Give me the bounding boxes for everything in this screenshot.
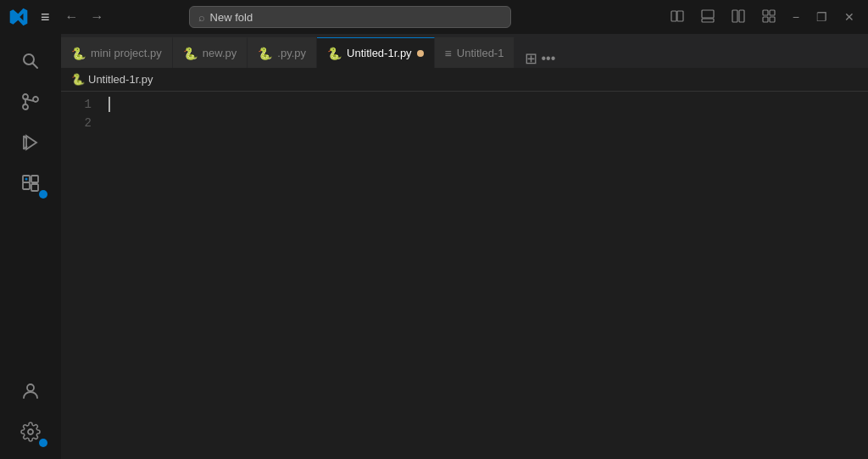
svg-point-13 bbox=[23, 104, 28, 109]
layout-button[interactable] bbox=[755, 6, 782, 29]
code-editor[interactable] bbox=[102, 92, 868, 459]
breadcrumb-file-icon: 🐍 bbox=[71, 73, 85, 86]
toggle-panel-button[interactable] bbox=[694, 6, 721, 29]
tab-label: mini project.py bbox=[91, 47, 162, 59]
svg-point-12 bbox=[23, 94, 28, 99]
search-box[interactable]: ⌕ New fold bbox=[189, 6, 511, 28]
tab-label: Untitled-1 bbox=[457, 47, 504, 59]
nav-buttons: ← → bbox=[60, 6, 109, 28]
tab-pypy[interactable]: 🐍 .py.py bbox=[248, 37, 317, 68]
tab-file-icon: 🐍 bbox=[183, 47, 198, 60]
editor-content[interactable]: 1 2 bbox=[61, 92, 868, 459]
svg-rect-22 bbox=[31, 176, 38, 182]
text-cursor bbox=[108, 97, 110, 112]
activity-bar bbox=[0, 34, 61, 459]
tabs-bar: 🐍 mini project.py 🐍 new.py 🐍 .py.py 🐍 Un… bbox=[61, 34, 868, 68]
search-text: New fold bbox=[210, 11, 253, 24]
svg-line-11 bbox=[33, 64, 38, 69]
tab-label: new.py bbox=[203, 47, 236, 59]
svg-rect-1 bbox=[677, 11, 683, 21]
tab-file-icon: 🐍 bbox=[71, 47, 86, 60]
tab-untitled-1r[interactable]: 🐍 Untitled-1r.py bbox=[317, 37, 435, 68]
svg-point-27 bbox=[28, 429, 33, 434]
tab-untitled-1[interactable]: ≡ Untitled-1 bbox=[435, 37, 515, 68]
activity-source-control[interactable] bbox=[10, 81, 51, 122]
hamburger-menu[interactable]: ≡ bbox=[37, 5, 53, 30]
settings-badge bbox=[39, 439, 47, 447]
svg-rect-23 bbox=[31, 184, 38, 191]
tab-new[interactable]: 🐍 new.py bbox=[173, 37, 248, 68]
tab-mini-project[interactable]: 🐍 mini project.py bbox=[61, 37, 173, 68]
svg-rect-5 bbox=[739, 10, 744, 22]
svg-rect-8 bbox=[763, 17, 768, 22]
svg-rect-21 bbox=[23, 182, 30, 189]
code-line-2 bbox=[108, 114, 868, 132]
code-line-1 bbox=[108, 95, 868, 114]
nav-forward-button[interactable]: → bbox=[86, 6, 109, 28]
svg-rect-9 bbox=[770, 17, 775, 22]
editor-area: 🐍 mini project.py 🐍 new.py 🐍 .py.py 🐍 Un… bbox=[61, 34, 868, 459]
svg-rect-7 bbox=[770, 10, 775, 15]
toggle-sidebar-button[interactable] bbox=[664, 6, 691, 29]
split-editor-button[interactable] bbox=[725, 6, 752, 29]
main-area: 🐍 mini project.py 🐍 new.py 🐍 .py.py 🐍 Un… bbox=[0, 34, 868, 459]
activity-bar-bottom bbox=[10, 371, 51, 452]
line-number-1: 1 bbox=[61, 95, 92, 114]
activity-search[interactable] bbox=[10, 41, 51, 81]
minimize-button[interactable]: − bbox=[786, 7, 806, 27]
tabs-overflow-icon[interactable]: ••• bbox=[541, 51, 555, 66]
tab-label: .py.py bbox=[277, 47, 306, 59]
activity-extensions[interactable] bbox=[10, 163, 51, 204]
unsaved-dot bbox=[417, 50, 424, 57]
line-numbers: 1 2 bbox=[61, 92, 102, 459]
restore-button[interactable]: ❐ bbox=[810, 7, 834, 27]
svg-point-25 bbox=[25, 178, 28, 181]
vscode-logo bbox=[7, 5, 31, 29]
svg-rect-4 bbox=[732, 10, 737, 22]
close-button[interactable]: ✕ bbox=[837, 7, 861, 27]
tab-file-icon: 🐍 bbox=[327, 47, 342, 60]
open-editors-icon[interactable]: ⊞ bbox=[525, 49, 537, 68]
titlebar: ≡ ← → ⌕ New fold bbox=[0, 0, 868, 34]
tab-file-icon-plain: ≡ bbox=[445, 47, 452, 60]
svg-rect-2 bbox=[702, 10, 714, 18]
svg-point-26 bbox=[27, 384, 34, 391]
tab-label: Untitled-1r.py bbox=[347, 47, 412, 59]
breadcrumb: 🐍 Untitled-1r.py bbox=[61, 68, 868, 92]
tab-file-icon: 🐍 bbox=[258, 47, 272, 60]
window-controls: − ❐ ✕ bbox=[664, 6, 861, 29]
activity-settings[interactable] bbox=[10, 411, 51, 452]
tabs-actions: ⊞ ••• bbox=[518, 49, 562, 68]
svg-rect-3 bbox=[702, 19, 714, 22]
svg-marker-17 bbox=[26, 136, 36, 149]
line-number-2: 2 bbox=[61, 114, 92, 132]
activity-account[interactable] bbox=[10, 371, 51, 411]
activity-run[interactable] bbox=[10, 122, 51, 163]
svg-rect-0 bbox=[671, 11, 676, 21]
search-area[interactable]: ⌕ New fold bbox=[189, 6, 511, 28]
breadcrumb-filename: Untitled-1r.py bbox=[88, 73, 153, 86]
nav-back-button[interactable]: ← bbox=[60, 6, 84, 28]
extensions-badge bbox=[39, 190, 47, 199]
svg-rect-6 bbox=[763, 10, 768, 15]
search-icon: ⌕ bbox=[198, 11, 205, 24]
